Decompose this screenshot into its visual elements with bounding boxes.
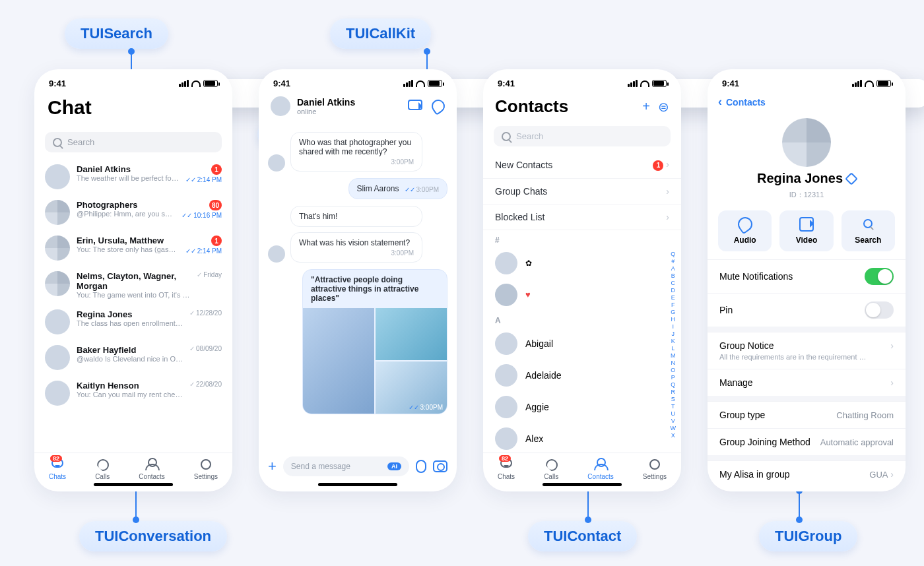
contact-row[interactable]: Aggie [483, 391, 681, 423]
message-input[interactable]: Send a message AI [283, 456, 409, 476]
search-input[interactable]: Search [45, 132, 222, 152]
audio-call-icon[interactable] [429, 97, 447, 115]
conversation-time: ✓12/28/20 [189, 309, 222, 317]
conversation-preview: You: Can you mail my rent check? [77, 391, 183, 398]
avatar [268, 245, 285, 263]
toggle-pin[interactable] [865, 301, 894, 319]
conversation-preview: @Philippe: Hmm, are you sure? [77, 210, 175, 218]
conversation-time: ✓22/08/20 [189, 381, 222, 388]
message-outgoing: "Attractive people doing attractive thin… [268, 269, 447, 414]
tab-contacts[interactable]: Contacts [587, 457, 613, 480]
row-my-alias[interactable]: My Alisa in groupGUA › [708, 460, 906, 487]
chevron-right-icon: › [666, 186, 669, 197]
callout-callkit: TUICallKit [330, 18, 431, 49]
add-contact-icon[interactable]: + [642, 99, 650, 115]
message-outgoing: Slim Aarons✓✓3:00PM [268, 178, 447, 199]
contact-row[interactable]: Alex [483, 423, 681, 453]
image-attachment[interactable]: ✓✓3:00PM [303, 308, 447, 414]
avatar [45, 271, 70, 296]
video-call-icon[interactable] [408, 100, 422, 110]
home-indicator [94, 483, 173, 486]
message-list[interactable]: Who was that photographer you shared wit… [259, 123, 457, 450]
tab-bar: 82Chats Calls Contacts Settings [483, 453, 681, 483]
camera-icon[interactable] [433, 460, 447, 472]
phone-icon [95, 457, 110, 472]
contact-name: Abigail [525, 338, 553, 349]
more-icon[interactable]: ⊜ [658, 99, 669, 115]
contact-row[interactable]: ✿ [483, 247, 681, 279]
conversation-row[interactable]: Baker Hayfield@waldo Is Cleveland nice i… [34, 340, 232, 375]
conversation-preview: You: The store only has (gasp!) 2% m… [77, 245, 179, 253]
signal-icon [403, 80, 413, 87]
conversation-row[interactable]: Nelms, Clayton, Wagner, MorganYou: The g… [34, 266, 232, 304]
row-new-contacts[interactable]: New Contacts 1 › [483, 152, 681, 179]
back-button[interactable]: ‹Contacts [708, 92, 906, 114]
conversation-row[interactable]: Regina JonesThe class has open enrollmen… [34, 304, 232, 340]
tab-calls[interactable]: Calls [95, 457, 110, 480]
contact-row[interactable]: Abigail [483, 328, 681, 360]
page-title: Chat [48, 96, 219, 119]
badge: 1 [653, 160, 663, 171]
edit-icon[interactable] [845, 172, 858, 185]
screen-group-profile: 9:41 ‹Contacts Regina Jones ID：12311 Aud… [708, 69, 906, 491]
screen-chat: 9:41 Daniel Atkins online Who was that p… [259, 69, 457, 491]
avatar [268, 154, 285, 172]
action-search[interactable]: Search [842, 210, 895, 251]
tab-calls[interactable]: Calls [544, 457, 558, 480]
signal-icon [852, 80, 862, 87]
conversation-name: Photographers [77, 200, 175, 210]
chevron-right-icon: › [666, 159, 669, 170]
conversation-name: Daniel Atkins [77, 164, 179, 174]
search-input[interactable]: Search [494, 126, 671, 146]
conversation-time: ✓✓2:14 PM [185, 247, 222, 255]
conversation-preview: You: The game went into OT, it's gonn… [77, 291, 190, 299]
conversation-row[interactable]: Daniel AtkinsThe weather will be perfect… [34, 159, 232, 195]
status-bar: 9:41 [34, 69, 232, 92]
group-avatar[interactable] [782, 118, 831, 167]
callout-contact: TUIContact [528, 521, 637, 551]
contact-row[interactable]: ♥ [483, 279, 681, 311]
search-icon [861, 217, 875, 232]
row-pin[interactable]: Pin [708, 293, 906, 327]
row-mute[interactable]: Mute Notifications [708, 259, 906, 293]
battery-icon [652, 80, 667, 87]
toggle-mute[interactable] [865, 268, 894, 285]
row-manage[interactable]: Manage› [708, 369, 906, 396]
avatar [45, 381, 70, 406]
row-group-chats[interactable]: Group Chats› [483, 179, 681, 204]
avatar [45, 236, 70, 261]
chevron-right-icon: › [890, 469, 894, 480]
wifi-icon [865, 80, 874, 87]
contact-row[interactable]: Adelaide [483, 360, 681, 391]
search-placeholder: Search [516, 131, 543, 141]
add-attachment-icon[interactable]: + [268, 458, 277, 475]
search-icon [502, 132, 511, 141]
avatar [495, 252, 517, 274]
status-bar: 9:41 [708, 69, 906, 92]
tab-settings[interactable]: Settings [643, 457, 667, 480]
callout-search: TUISearch [65, 18, 168, 49]
conversation-row[interactable]: Kaitlyn HensonYou: Can you mail my rent … [34, 375, 232, 411]
action-audio[interactable]: Audio [718, 210, 772, 251]
conversation-row[interactable]: Photographers@Philippe: Hmm, are you sur… [34, 195, 232, 230]
screen-contacts: 9:41 Contacts +⊜ Search New Contacts 1 ›… [483, 69, 681, 491]
tab-settings[interactable]: Settings [194, 457, 218, 480]
conversation-name: Regina Jones [77, 309, 183, 319]
ai-chip-icon[interactable]: AI [387, 462, 401, 470]
tab-contacts[interactable]: Contacts [139, 457, 164, 480]
contact-name: Adelaide [525, 370, 562, 381]
conversation-row[interactable]: Erin, Ursula, MatthewYou: The store only… [34, 230, 232, 266]
tab-chats[interactable]: 82Chats [498, 457, 515, 480]
row-group-notice[interactable]: Group Notice› All the requirements are i… [708, 332, 906, 369]
mic-icon[interactable] [416, 460, 426, 473]
contact-name: Alex [525, 433, 543, 444]
row-join-method: Group Joining MethodAutomatic approval [708, 428, 906, 455]
screen-chat-list: 9:41 Chat Search Daniel AtkinsThe weathe… [34, 69, 232, 491]
action-video[interactable]: Video [779, 210, 833, 251]
signal-icon [179, 80, 189, 87]
avatar[interactable] [271, 96, 290, 116]
alpha-index[interactable]: Q#ABCDEFGHIJKLMNOPQRSTUVWX [671, 251, 676, 439]
tab-chats[interactable]: 82Chats [49, 457, 66, 480]
group-id: ID：12311 [789, 190, 824, 200]
row-blocked-list[interactable]: Blocked List› [483, 204, 681, 230]
